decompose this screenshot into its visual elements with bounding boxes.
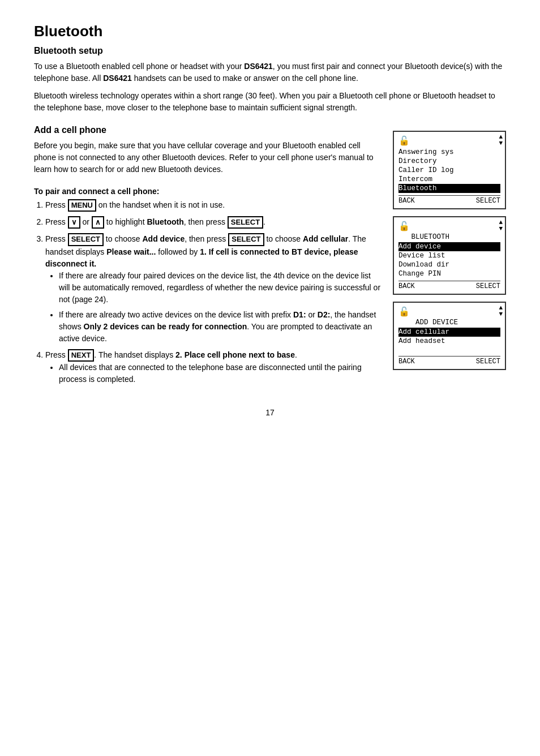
step-1: Press MENU on the handset when it is not…	[45, 199, 382, 212]
section1-heading: Bluetooth setup	[34, 46, 506, 56]
select-key-3: SELECT	[228, 233, 264, 246]
step-4-bullets: All devices that are connected to the te…	[59, 362, 382, 385]
text-column: Add a cell phone Before you begin, make …	[34, 125, 382, 391]
step-3-bullets: If there are already four paired devices…	[59, 270, 382, 345]
screen1-bottom-bar: BACK SELECT	[398, 195, 500, 205]
lock-icon-2: 🔓	[398, 221, 410, 232]
screen3-header: ADD DEVICE	[398, 319, 500, 327]
select-key-1: SELECT	[228, 216, 263, 229]
page-title: Bluetooth	[34, 23, 506, 40]
select-key-2: SELECT	[68, 233, 104, 246]
screen1-back-btn: BACK	[398, 197, 415, 205]
screen2-bottom-bar: BACK SELECT	[398, 281, 500, 290]
scroll-indicator-3: ▲ ▼	[499, 305, 503, 317]
main-content-area: Add a cell phone Before you begin, make …	[34, 125, 506, 391]
section1-para1: To use a Bluetooth enabled cell phone or…	[34, 61, 506, 84]
screens-column: 🔓 ▲ ▼ Answering sys Directory Caller ID …	[393, 131, 506, 391]
up-key: ∧	[92, 216, 104, 229]
section2-heading: Add a cell phone	[34, 125, 382, 135]
step-4-bullet-1: All devices that are connected to the te…	[59, 362, 382, 385]
step-3-bullet-2: If there are already two active devices …	[59, 309, 382, 345]
step-2: Press ∨ or ∧ to highlight Bluetooth, the…	[45, 216, 382, 229]
steps-list: Press MENU on the handset when it is not…	[45, 199, 382, 385]
lock-icon-3: 🔓	[398, 306, 410, 317]
screen2-item-4: Change PIN	[398, 269, 500, 278]
phone-screen-3: 🔓 ▲ ▼ ADD DEVICE Add cellular Add headse…	[393, 302, 506, 370]
screen2-item-2: Device list	[398, 251, 500, 260]
down-key: ∨	[68, 216, 80, 229]
bluetooth-setup-section: Bluetooth setup To use a Bluetooth enabl…	[34, 46, 506, 114]
phone-screen-2: 🔓 ▲ ▼ BLUETOOTH Add device Device list D…	[393, 216, 506, 295]
screen2-item-1-selected: Add device	[398, 242, 500, 251]
screen1-item-4: Intercom	[398, 175, 500, 184]
menu-key: MENU	[68, 199, 96, 212]
screen1-item-3: Caller ID log	[398, 166, 500, 175]
page-number: 17	[34, 408, 506, 417]
scroll-indicator-1: ▲ ▼	[499, 134, 503, 147]
phone-screen-1: 🔓 ▲ ▼ Answering sys Directory Caller ID …	[393, 131, 506, 209]
screen3-back-btn: BACK	[398, 358, 415, 366]
section1-para2: Bluetooth wireless technology operates w…	[34, 90, 506, 114]
screen2-back-btn: BACK	[398, 282, 415, 290]
page-container: Bluetooth Bluetooth setup To use a Bluet…	[34, 23, 506, 417]
next-key: NEXT	[68, 349, 95, 362]
subsection-heading: To pair and connect a cell phone:	[34, 187, 382, 196]
step-3-bullet-1: If there are already four paired devices…	[59, 270, 382, 306]
step-4: Press NEXT. The handset displays 2. Plac…	[45, 349, 382, 385]
screen3-select-btn: SELECT	[476, 358, 500, 366]
screen2-item-3: Download dir	[398, 260, 500, 269]
screen3-bottom-bar: BACK SELECT	[398, 356, 500, 366]
step-3: Press SELECT to choose Add device, then …	[45, 233, 382, 344]
screen3-item-2: Add headset	[398, 337, 500, 346]
screen1-item-1: Answering sys	[398, 148, 500, 157]
screen2-header: BLUETOOTH	[398, 233, 500, 241]
screen3-item-1-selected: Add cellular	[398, 328, 500, 337]
scroll-indicator-2: ▲ ▼	[499, 220, 503, 232]
screen2-select-btn: SELECT	[476, 282, 500, 290]
steps-section: To pair and connect a cell phone: Press …	[34, 187, 382, 385]
screen1-item-2: Directory	[398, 157, 500, 166]
screen1-item-5-selected: Bluetooth	[398, 184, 500, 193]
lock-icon-1: 🔓	[398, 135, 410, 147]
screen1-select-btn: SELECT	[476, 197, 500, 205]
add-cell-section: Add a cell phone Before you begin, make …	[34, 125, 382, 175]
section2-para1: Before you begin, make sure that you hav…	[34, 140, 382, 175]
